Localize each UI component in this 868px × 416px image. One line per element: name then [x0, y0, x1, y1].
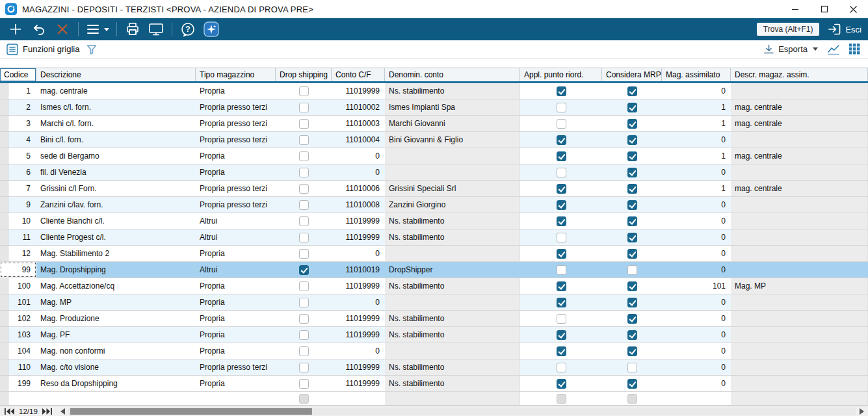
checkbox-drop[interactable] [299, 330, 309, 340]
table-row[interactable]: 100Mag. Accettazione/cqPropria11019999Ns… [0, 278, 868, 294]
checkbox-drop[interactable] [299, 363, 309, 372]
cell-mrp[interactable] [602, 229, 662, 245]
cell-mag_assimilato[interactable] [662, 392, 731, 405]
cell-appl[interactable] [520, 392, 602, 405]
table-row[interactable]: 6fil. di VeneziaPropria00 [0, 164, 868, 181]
cell-appl[interactable] [520, 116, 602, 131]
cell-codice[interactable]: 12 [0, 246, 36, 261]
row-selector-gutter[interactable] [0, 327, 8, 343]
table-row[interactable]: 3Marchi c/l. forn.Propria presso terzi11… [0, 116, 868, 132]
cell-codice[interactable]: 104 [0, 343, 36, 359]
cell-mag_assimilato[interactable]: 0 [662, 246, 731, 261]
ai-assistant-button[interactable] [201, 20, 222, 38]
cell-descr_assimilato[interactable] [731, 294, 868, 310]
checkbox-drop[interactable] [299, 200, 309, 210]
cell-tipo[interactable]: Propria [196, 311, 276, 326]
cell-descr_assimilato[interactable] [731, 246, 868, 261]
cell-conto[interactable]: 11019999 [332, 83, 385, 99]
cell-drop[interactable] [276, 392, 332, 405]
row-selector-gutter[interactable] [0, 148, 8, 164]
menu-button[interactable] [84, 20, 111, 38]
table-row[interactable]: 11Cliente Progest c/l.Altrui11019999Ns. … [0, 229, 868, 246]
cell-descr_assimilato[interactable] [731, 197, 868, 213]
cell-appl[interactable] [520, 311, 602, 326]
cell-descrizione[interactable]: Marchi c/l. forn. [36, 116, 196, 131]
cell-denominazione[interactable]: Ns. stabilimento [385, 229, 520, 245]
cell-mag_assimilato[interactable]: 0 [662, 327, 731, 343]
cell-mrp[interactable] [602, 213, 662, 229]
table-row[interactable]: 99Mag. DropshippingAltrui11010019DropShi… [0, 262, 868, 278]
checkbox-drop[interactable] [299, 119, 309, 129]
cell-denominazione[interactable]: Zanzini Giorgino [385, 197, 520, 213]
cell-tipo[interactable]: Propria [196, 343, 276, 359]
checkbox-appl[interactable] [557, 86, 566, 96]
cell-conto[interactable]: 11010006 [332, 181, 385, 196]
cell-denominazione[interactable] [385, 164, 520, 180]
checkbox-mrp[interactable] [627, 184, 637, 194]
checkbox-appl[interactable] [557, 363, 566, 372]
checkbox-drop[interactable] [299, 103, 309, 112]
cell-mrp[interactable] [602, 246, 662, 261]
cell-conto[interactable]: 11019999 [332, 359, 385, 375]
row-selector-gutter[interactable] [0, 311, 8, 326]
table-row[interactable]: 104Mag. non conformiPropria00 [0, 343, 868, 359]
row-selector-gutter[interactable] [0, 116, 8, 131]
checkbox-drop[interactable] [299, 135, 309, 145]
cell-descrizione[interactable]: Reso da Dropshipping [36, 376, 196, 391]
column-header-codice[interactable]: Codice [0, 68, 36, 81]
cell-denominazione[interactable] [385, 343, 520, 359]
cell-descrizione[interactable]: mag. centrale [36, 83, 196, 99]
cell-appl[interactable] [520, 229, 602, 245]
cell-drop[interactable] [276, 164, 332, 180]
column-header-descr_assimilato[interactable]: Descr. magaz. assim. [731, 68, 868, 81]
cell-tipo[interactable]: Propria presso terzi [196, 181, 276, 196]
new-record-row[interactable] [0, 392, 868, 406]
checkbox-appl[interactable] [557, 103, 566, 112]
cell-appl[interactable] [520, 213, 602, 229]
cell-descrizione[interactable]: fil. di Venezia [36, 164, 196, 180]
cell-tipo[interactable]: Propria [196, 148, 276, 164]
cell-conto[interactable]: 0 [332, 246, 385, 261]
first-record-button[interactable] [3, 408, 16, 415]
row-selector-gutter[interactable] [0, 181, 8, 196]
cell-appl[interactable] [520, 164, 602, 180]
checkbox-drop[interactable] [299, 379, 309, 389]
cell-conto[interactable] [332, 392, 385, 405]
cell-mag_assimilato[interactable]: 0 [662, 229, 731, 245]
cell-denominazione[interactable]: Ns. stabilimento [385, 327, 520, 343]
cell-appl[interactable] [520, 376, 602, 391]
cell-mrp[interactable] [602, 148, 662, 164]
cell-denominazione[interactable]: DropShipper [385, 262, 520, 278]
cell-drop[interactable] [276, 262, 332, 278]
cell-mrp[interactable] [602, 197, 662, 213]
row-selector-gutter[interactable] [0, 343, 8, 359]
last-record-button[interactable] [40, 408, 54, 415]
cell-descr_assimilato[interactable]: mag. centrale [731, 116, 868, 131]
cell-mrp[interactable] [602, 83, 662, 99]
cell-descrizione[interactable]: Bini c/l. forn. [36, 132, 196, 148]
trova-button[interactable]: Trova (Alt+F1) [757, 23, 820, 36]
table-row[interactable]: 7Grissini c/l Forn.Propria presso terzi1… [0, 181, 868, 197]
cell-codice[interactable]: 100 [0, 278, 36, 294]
cell-mag_assimilato[interactable]: 0 [662, 197, 731, 213]
scroll-left-button[interactable] [58, 408, 67, 415]
row-selector-gutter[interactable] [0, 246, 8, 261]
cell-denominazione[interactable]: Grissini Speciali Srl [385, 181, 520, 196]
row-selector-gutter[interactable] [0, 99, 8, 115]
cell-descrizione[interactable]: Ismes c/l. forn. [36, 99, 196, 115]
cell-codice[interactable]: 2 [0, 99, 36, 115]
cell-descrizione[interactable]: Cliente Progest c/l. [36, 229, 196, 245]
cell-appl[interactable] [520, 181, 602, 196]
cell-conto[interactable]: 11010003 [332, 116, 385, 131]
cell-drop[interactable] [276, 148, 332, 164]
cell-drop[interactable] [276, 311, 332, 326]
cell-denominazione[interactable] [385, 246, 520, 261]
cell-codice[interactable]: 199 [0, 376, 36, 391]
help-icon[interactable]: ? [178, 20, 198, 38]
cell-tipo[interactable]: Altrui [196, 229, 276, 245]
cell-conto[interactable]: 11010002 [332, 99, 385, 115]
cell-drop[interactable] [276, 359, 332, 375]
cell-conto[interactable]: 0 [332, 294, 385, 310]
cell-denominazione[interactable] [385, 294, 520, 310]
cell-mrp[interactable] [602, 278, 662, 294]
